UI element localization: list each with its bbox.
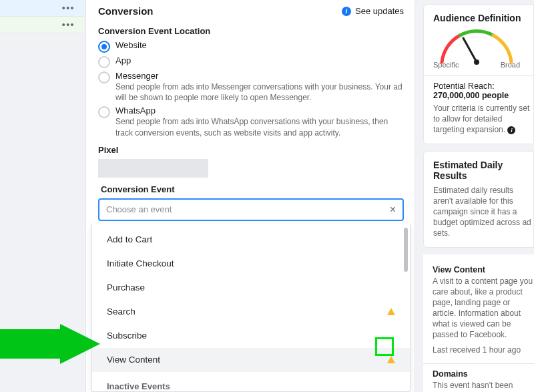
gauge-broad-label: Broad: [501, 61, 520, 69]
inactive-events-heading: Inactive Events: [92, 372, 410, 391]
option-label: Add to Cart: [107, 234, 152, 244]
option-label: Subscribe: [107, 331, 147, 341]
left-nav-stub: ••• •••: [0, 0, 84, 392]
radio-whatsapp[interactable]: WhatsApp Send people from ads into Whats…: [98, 106, 404, 138]
event-option-add-to-cart[interactable]: Add to Cart: [92, 228, 410, 252]
conversion-event-heading: Conversion Event: [101, 184, 404, 194]
event-details-body: A visit to a content page you care about…: [433, 276, 534, 341]
see-updates-label: See updates: [355, 6, 404, 16]
option-label: Purchase: [107, 282, 145, 292]
warning-icon: [387, 308, 395, 315]
see-updates-link[interactable]: i See updates: [342, 6, 404, 16]
nav-item-dots-2[interactable]: •••: [0, 17, 84, 33]
clear-icon[interactable]: ×: [390, 206, 396, 214]
radio-label: WhatsApp: [115, 106, 404, 116]
info-icon[interactable]: i: [507, 126, 515, 134]
potential-reach: Potential Reach: 270,000,000 people: [433, 81, 533, 100]
audience-definition-heading: Audience Definition: [433, 13, 533, 23]
event-last-received: Last received 1 hour ago: [433, 345, 534, 355]
audience-gauge: Specific Broad: [433, 27, 520, 67]
conversion-event-placeholder: Choose an event: [106, 204, 172, 214]
radio-help: Send people from ads into WhatsApp conve…: [115, 116, 404, 138]
svg-line-0: [463, 38, 477, 62]
conversion-event-dropdown: Add to Cart Initiate Checkout Purchase S…: [91, 224, 411, 392]
radio-label: App: [115, 55, 404, 65]
domains-heading: Domains: [433, 369, 534, 379]
pixel-value-redacted[interactable]: [98, 159, 208, 178]
domains-body: This event hasn't been prioritized for a…: [433, 380, 534, 392]
option-label: Initiate Checkout: [107, 258, 174, 268]
estimated-daily-body: Estimated daily results aren't available…: [433, 185, 533, 239]
right-sidebar: Audience Definition Specific Broad Poten…: [423, 0, 534, 392]
radio-help: Send people from ads into Messenger conv…: [115, 81, 404, 103]
conversion-event-select[interactable]: Choose an event ×: [98, 198, 404, 221]
info-icon: i: [342, 7, 351, 16]
card-estimated-daily: Estimated Daily Results Estimated daily …: [423, 151, 534, 248]
more-icon: •••: [62, 23, 75, 27]
event-option-view-content[interactable]: View Content: [92, 348, 410, 372]
radio-icon: [98, 41, 110, 53]
radio-icon: [98, 71, 110, 83]
radio-messenger[interactable]: Messenger Send people from ads into Mess…: [98, 71, 404, 103]
radio-icon: [98, 56, 110, 68]
option-label: Search: [107, 307, 136, 317]
card-audience-definition: Audience Definition Specific Broad Poten…: [423, 4, 534, 144]
event-option-initiate-checkout[interactable]: Initiate Checkout: [92, 252, 410, 276]
nav-item-dots-1[interactable]: •••: [0, 0, 84, 17]
event-option-search[interactable]: Search: [92, 300, 410, 324]
criteria-text: Your criteria is currently set to allow …: [433, 103, 533, 136]
section-title: Conversion: [98, 5, 154, 17]
main-panel: Conversion i See updates Conversion Even…: [85, 0, 415, 392]
card-event-details: View Content A visit to a content page y…: [423, 254, 534, 393]
radio-icon: [98, 106, 110, 118]
event-option-subscribe[interactable]: Subscribe: [92, 324, 410, 348]
radio-label: Messenger: [115, 71, 404, 81]
option-label: View Content: [107, 355, 160, 365]
pixel-heading: Pixel: [98, 145, 404, 155]
radio-label: Website: [115, 40, 404, 50]
radio-app[interactable]: App: [98, 55, 404, 68]
more-icon: •••: [62, 6, 75, 10]
radio-website[interactable]: Website: [98, 40, 404, 53]
gauge-specific-label: Specific: [433, 61, 459, 69]
event-details-title: View Content: [433, 265, 534, 274]
dropdown-scrollbar[interactable]: [404, 228, 408, 272]
warning-icon: [387, 356, 395, 363]
event-option-purchase[interactable]: Purchase: [92, 276, 410, 300]
estimated-daily-heading: Estimated Daily Results: [433, 160, 533, 181]
conversion-location-heading: Conversion Event Location: [98, 26, 404, 36]
